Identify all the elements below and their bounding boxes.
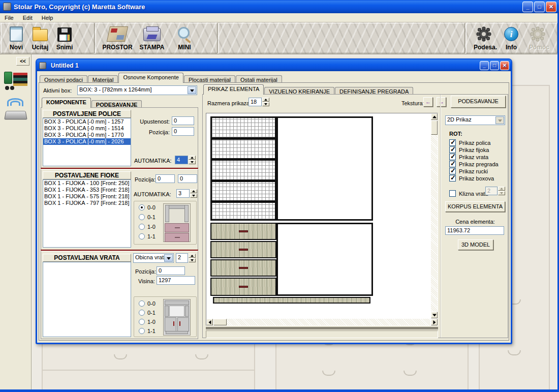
- police-list-item[interactable]: BOX 3 - POLICA [-0 mm] - 1514: [43, 125, 131, 132]
- prostor-button[interactable]: PROSTOR: [101, 24, 134, 51]
- klizna-spin-up: [498, 187, 505, 191]
- left-sidebar: <<: [0, 54, 32, 389]
- ucitaj-button[interactable]: Ucitaj: [28, 24, 52, 51]
- vrata-count-spin-down[interactable]: [189, 258, 196, 262]
- option-klizna-vrata[interactable]: Klizna vrata: [449, 190, 488, 197]
- fioke-listbox[interactable]: BOX 1 - FIJOKA - 100 [Front: 250] BOX 1 …: [43, 179, 131, 248]
- info-button[interactable]: i Info: [501, 24, 521, 51]
- document-titlebar[interactable]: Untitled 1 _ □ ✕: [37, 59, 511, 71]
- vrata-count-spinner-field[interactable]: 2: [176, 253, 188, 263]
- doc-maximize-button[interactable]: □: [490, 61, 499, 70]
- fioke-radio-0-0[interactable]: 0-0: [139, 204, 156, 210]
- cena-elementa-field[interactable]: 11963.72: [445, 226, 504, 235]
- option-prikaz-boxova[interactable]: Prikaz boxova: [449, 175, 494, 182]
- radio-button[interactable]: [139, 224, 145, 230]
- view-mode-combobox[interactable]: 2D Prikaz: [445, 115, 505, 125]
- police-list-item[interactable]: BOX 3 - POLICA [-0 mm] - 1257: [43, 118, 131, 125]
- tab-osnovne-komponente[interactable]: Osnovne Komponente: [118, 73, 183, 83]
- vrata-radio-1-0[interactable]: 1-0: [139, 319, 156, 325]
- document-icon: [39, 62, 46, 69]
- minimize-button[interactable]: _: [522, 2, 533, 12]
- vrata-pozicija-field[interactable]: 0: [157, 266, 185, 275]
- fioke-automatika-spin-up[interactable]: [190, 189, 197, 193]
- hscroll-thumb[interactable]: [213, 319, 227, 325]
- police-automatika-spinner-field[interactable]: 4: [175, 156, 188, 164]
- vrata-listbox[interactable]: [43, 262, 131, 337]
- vrata-radio-1-1[interactable]: 1-1: [139, 328, 156, 334]
- fioke-list-item[interactable]: BOX 1 - FIJOKA - 353 [Front: 218]: [43, 187, 131, 193]
- razmera-spinner-field[interactable]: 18: [249, 98, 262, 106]
- police-list-item-selected[interactable]: BOX 3 - POLICA [-0 mm] - 2026: [43, 138, 131, 145]
- novi-button[interactable]: Novi: [5, 24, 27, 51]
- police-automatika-spin-down[interactable]: [189, 160, 196, 164]
- canvas-vscrollbar[interactable]: [431, 113, 438, 318]
- fioke-automatika-spinner-field[interactable]: 3: [176, 189, 190, 198]
- vscroll-thumb[interactable]: [431, 120, 438, 135]
- fioke-list-item[interactable]: BOX 1 - FIJOKA - 797 [Front: 218]: [43, 200, 131, 206]
- scanner-icon[interactable]: [4, 98, 27, 120]
- option-prikaz-pregrada[interactable]: Prikaz pregrada: [449, 161, 499, 167]
- scroll-down-button[interactable]: [431, 312, 438, 318]
- canvas-hscrollbar[interactable]: [206, 319, 430, 325]
- vrata-count-spin-up[interactable]: [189, 254, 196, 258]
- stampa-button[interactable]: STAMPA: [136, 24, 168, 51]
- scroll-right-button[interactable]: [431, 319, 438, 325]
- podesa-button[interactable]: Podesa.: [472, 24, 499, 51]
- vrata-radio-0-0[interactable]: 0-0: [139, 300, 156, 307]
- sidebar-collapse-button[interactable]: <<: [16, 57, 29, 66]
- forklift-icon[interactable]: [4, 69, 27, 91]
- mini-button[interactable]: MINI: [170, 24, 199, 51]
- fioke-list-item[interactable]: BOX 1 - FIJOKA - 575 [Front: 218]: [43, 193, 131, 200]
- maximize-button[interactable]: □: [534, 2, 545, 12]
- menu-help[interactable]: Help: [37, 14, 58, 22]
- tab-prikaz-elementa[interactable]: PRIKAZ ELEMENTA: [203, 84, 264, 95]
- radio-button[interactable]: [139, 300, 145, 307]
- vrata-header: POSTAVLJENA VRATA: [43, 254, 131, 262]
- scroll-up-button[interactable]: [431, 113, 438, 120]
- radio-button[interactable]: [139, 310, 145, 316]
- element-canvas[interactable]: [206, 113, 438, 326]
- fioke-radio-1-0[interactable]: 1-0: [139, 224, 156, 230]
- visina-label: Visina:: [138, 278, 155, 284]
- close-button[interactable]: ✕: [546, 2, 556, 12]
- aktivni-box-combobox[interactable]: BOX: 3 - [782mm x 1264mm]: [77, 85, 197, 95]
- tab-komponente[interactable]: KOMPONENTE: [42, 98, 91, 108]
- radio-button[interactable]: [139, 233, 145, 239]
- aktivni-box-dropdown-arrow[interactable]: [188, 86, 196, 94]
- checkbox[interactable]: [449, 175, 456, 182]
- police-list-item[interactable]: BOX 3 - POLICA [-0 mm] - 1770: [43, 132, 131, 138]
- vrata-radio-0-1[interactable]: 0-1: [139, 310, 156, 316]
- checkbox[interactable]: [449, 190, 456, 197]
- fioke-list-item[interactable]: BOX 1 - FIJOKA - 100 [Front: 250]: [43, 180, 131, 187]
- snimi-button[interactable]: Snimi: [53, 24, 76, 51]
- tekstura-prev-button[interactable]: ←: [423, 97, 433, 107]
- model-3d-button[interactable]: 3D MODEL: [458, 239, 493, 250]
- menu-edit[interactable]: Edit: [18, 14, 37, 22]
- doc-minimize-button[interactable]: _: [480, 61, 489, 70]
- doc-close-button[interactable]: ✕: [500, 61, 509, 70]
- fioke-automatika-spin-down[interactable]: [190, 194, 197, 198]
- police-automatika-spin-up[interactable]: [189, 156, 196, 160]
- police-listbox[interactable]: BOX 3 - POLICA [-0 mm] - 1257 BOX 3 - PO…: [43, 118, 131, 166]
- fioke-radio-0-1[interactable]: 0-1: [139, 214, 156, 220]
- razmera-spin-up[interactable]: [262, 98, 269, 102]
- cabinet-drawer: [210, 259, 276, 277]
- vrata-type-dropdown-arrow[interactable]: [164, 254, 173, 262]
- upustenost-field[interactable]: 0: [172, 116, 194, 125]
- fioke-pozicija-field-2[interactable]: 0: [178, 174, 197, 183]
- scroll-left-button[interactable]: [206, 319, 213, 325]
- police-pozicija-field[interactable]: 0: [172, 127, 194, 136]
- radio-button[interactable]: [139, 214, 145, 220]
- menu-file[interactable]: File: [0, 14, 18, 22]
- fioke-radio-1-1[interactable]: 1-1: [139, 233, 156, 239]
- radio-button[interactable]: [139, 204, 145, 210]
- visina-field[interactable]: 1297: [157, 276, 195, 285]
- radio-button[interactable]: [139, 319, 145, 325]
- podesavanje-button[interactable]: PODESAVANJE: [451, 96, 506, 108]
- vrata-type-combobox[interactable]: Obicna vrata: [133, 253, 174, 263]
- fioke-pozicija-field-1[interactable]: 0: [156, 174, 175, 183]
- razmera-spin-down[interactable]: [262, 102, 269, 106]
- tekstura-next-button[interactable]: →: [437, 97, 446, 107]
- radio-button[interactable]: [139, 328, 145, 334]
- korpus-elementa-button[interactable]: KORPUS ELEMENTA: [445, 201, 505, 212]
